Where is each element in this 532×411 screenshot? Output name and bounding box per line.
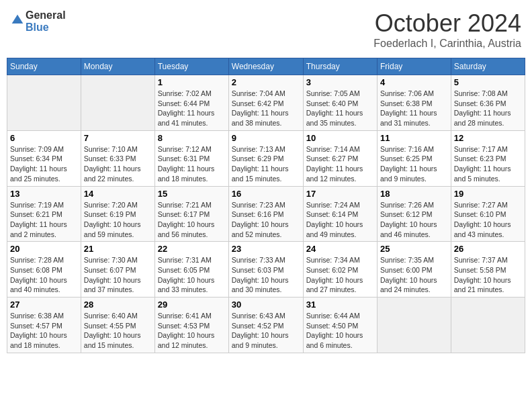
day-info: Sunrise: 7:02 AMSunset: 6:44 PMDaylight:… [158,89,226,128]
calendar-cell: 17Sunrise: 7:24 AMSunset: 6:14 PMDayligh… [303,186,377,242]
svg-marker-0 [12,14,24,23]
page-header: General Blue October 2024 Foederlach I, … [7,7,525,52]
weekday-header-monday: Monday [81,58,154,75]
day-number: 30 [232,300,300,310]
day-number: 19 [454,189,522,199]
calendar-cell: 18Sunrise: 7:26 AMSunset: 6:12 PMDayligh… [377,186,451,242]
day-info: Sunrise: 7:37 AMSunset: 5:58 PMDaylight:… [454,255,522,295]
day-number: 27 [10,300,78,310]
day-info: Sunrise: 7:10 AMSunset: 6:33 PMDaylight:… [84,144,152,184]
calendar-cell: 25Sunrise: 7:35 AMSunset: 6:00 PMDayligh… [377,242,451,298]
day-number: 10 [306,133,374,143]
calendar-cell: 27Sunrise: 6:38 AMSunset: 4:57 PMDayligh… [7,298,81,353]
day-info: Sunrise: 7:06 AMSunset: 6:38 PMDaylight:… [380,89,448,128]
day-info: Sunrise: 7:28 AMSunset: 6:08 PMDaylight:… [10,255,78,295]
day-info: Sunrise: 7:35 AMSunset: 6:00 PMDaylight:… [380,255,448,295]
day-info: Sunrise: 6:41 AMSunset: 4:53 PMDaylight:… [158,311,226,351]
day-info: Sunrise: 7:27 AMSunset: 6:10 PMDaylight:… [454,200,522,240]
day-info: Sunrise: 7:14 AMSunset: 6:27 PMDaylight:… [306,144,374,184]
calendar-cell: 15Sunrise: 7:21 AMSunset: 6:17 PMDayligh… [154,186,228,242]
weekday-header-friday: Friday [377,58,451,75]
calendar-cell: 11Sunrise: 7:16 AMSunset: 6:25 PMDayligh… [377,130,451,186]
calendar-cell: 12Sunrise: 7:17 AMSunset: 6:23 PMDayligh… [451,130,525,186]
calendar-cell: 16Sunrise: 7:23 AMSunset: 6:16 PMDayligh… [228,186,303,242]
weekday-header-saturday: Saturday [451,58,525,75]
calendar-cell: 8Sunrise: 7:12 AMSunset: 6:31 PMDaylight… [154,130,228,186]
calendar-cell: 24Sunrise: 7:34 AMSunset: 6:02 PMDayligh… [303,242,377,298]
weekday-header-wednesday: Wednesday [228,58,303,75]
calendar-table: SundayMondayTuesdayWednesdayThursdayFrid… [7,58,525,353]
calendar-cell: 30Sunrise: 6:43 AMSunset: 4:52 PMDayligh… [228,298,303,353]
day-number: 28 [84,300,152,310]
day-info: Sunrise: 7:09 AMSunset: 6:34 PMDaylight:… [10,144,78,184]
day-number: 5 [454,77,522,87]
day-info: Sunrise: 7:19 AMSunset: 6:21 PMDaylight:… [10,200,78,240]
day-number: 12 [454,133,522,143]
day-number: 17 [306,189,374,199]
day-number: 20 [10,244,78,254]
day-number: 18 [380,189,448,199]
day-number: 26 [454,244,522,254]
day-info: Sunrise: 7:08 AMSunset: 6:36 PMDaylight:… [454,89,522,128]
day-info: Sunrise: 7:31 AMSunset: 6:05 PMDaylight:… [158,255,226,295]
day-number: 3 [306,77,374,87]
calendar-cell: 28Sunrise: 6:40 AMSunset: 4:55 PMDayligh… [81,298,154,353]
day-info: Sunrise: 7:23 AMSunset: 6:16 PMDaylight:… [232,200,300,240]
calendar-cell [377,298,451,353]
day-info: Sunrise: 7:12 AMSunset: 6:31 PMDaylight:… [158,144,226,184]
day-info: Sunrise: 7:34 AMSunset: 6:02 PMDaylight:… [306,255,374,295]
calendar-cell: 13Sunrise: 7:19 AMSunset: 6:21 PMDayligh… [7,186,81,242]
calendar-cell: 14Sunrise: 7:20 AMSunset: 6:19 PMDayligh… [81,186,154,242]
day-info: Sunrise: 6:44 AMSunset: 4:50 PMDaylight:… [306,311,374,351]
day-number: 4 [380,77,448,87]
calendar-cell: 19Sunrise: 7:27 AMSunset: 6:10 PMDayligh… [451,186,525,242]
calendar-cell: 9Sunrise: 7:13 AMSunset: 6:29 PMDaylight… [228,130,303,186]
day-number: 25 [380,244,448,254]
weekday-header-thursday: Thursday [303,58,377,75]
day-info: Sunrise: 7:21 AMSunset: 6:17 PMDaylight:… [158,200,226,240]
logo-blue: Blue [26,21,49,33]
week-row-3: 20Sunrise: 7:28 AMSunset: 6:08 PMDayligh… [7,242,525,298]
day-number: 14 [84,189,152,199]
day-number: 11 [380,133,448,143]
day-info: Sunrise: 6:40 AMSunset: 4:55 PMDaylight:… [84,311,152,351]
day-info: Sunrise: 7:33 AMSunset: 6:03 PMDaylight:… [232,255,300,295]
calendar-cell: 3Sunrise: 7:05 AMSunset: 6:40 PMDaylight… [303,75,377,131]
calendar-cell: 26Sunrise: 7:37 AMSunset: 5:58 PMDayligh… [451,242,525,298]
location-title: Foederlach I, Carinthia, Austria [373,38,521,50]
day-info: Sunrise: 6:38 AMSunset: 4:57 PMDaylight:… [10,311,78,351]
logo-icon [11,13,24,27]
day-number: 21 [84,244,152,254]
week-row-1: 6Sunrise: 7:09 AMSunset: 6:34 PMDaylight… [7,130,525,186]
logo-text: General Blue [26,9,66,33]
calendar-cell: 2Sunrise: 7:04 AMSunset: 6:42 PMDaylight… [228,75,303,131]
day-number: 15 [158,189,226,199]
day-number: 24 [306,244,374,254]
day-number: 7 [84,133,152,143]
day-number: 6 [10,133,78,143]
day-number: 16 [232,189,300,199]
day-info: Sunrise: 7:16 AMSunset: 6:25 PMDaylight:… [380,144,448,184]
weekday-header-sunday: Sunday [7,58,81,75]
calendar-cell: 21Sunrise: 7:30 AMSunset: 6:07 PMDayligh… [81,242,154,298]
calendar-cell: 20Sunrise: 7:28 AMSunset: 6:08 PMDayligh… [7,242,81,298]
calendar-cell: 7Sunrise: 7:10 AMSunset: 6:33 PMDaylight… [81,130,154,186]
day-info: Sunrise: 7:30 AMSunset: 6:07 PMDaylight:… [84,255,152,295]
day-info: Sunrise: 7:05 AMSunset: 6:40 PMDaylight:… [306,89,374,128]
calendar-cell: 29Sunrise: 6:41 AMSunset: 4:53 PMDayligh… [154,298,228,353]
month-title: October 2024 [373,9,521,38]
day-number: 22 [158,244,226,254]
calendar-cell [7,75,81,131]
day-number: 23 [232,244,300,254]
day-info: Sunrise: 7:24 AMSunset: 6:14 PMDaylight:… [306,200,374,240]
title-block: October 2024 Foederlach I, Carinthia, Au… [373,9,521,50]
day-number: 8 [158,133,226,143]
week-row-4: 27Sunrise: 6:38 AMSunset: 4:57 PMDayligh… [7,298,525,353]
calendar-cell: 6Sunrise: 7:09 AMSunset: 6:34 PMDaylight… [7,130,81,186]
day-info: Sunrise: 6:43 AMSunset: 4:52 PMDaylight:… [232,311,300,351]
calendar-cell: 10Sunrise: 7:14 AMSunset: 6:27 PMDayligh… [303,130,377,186]
day-info: Sunrise: 7:20 AMSunset: 6:19 PMDaylight:… [84,200,152,240]
calendar-cell: 4Sunrise: 7:06 AMSunset: 6:38 PMDaylight… [377,75,451,131]
calendar-cell: 22Sunrise: 7:31 AMSunset: 6:05 PMDayligh… [154,242,228,298]
day-info: Sunrise: 7:13 AMSunset: 6:29 PMDaylight:… [232,144,300,184]
